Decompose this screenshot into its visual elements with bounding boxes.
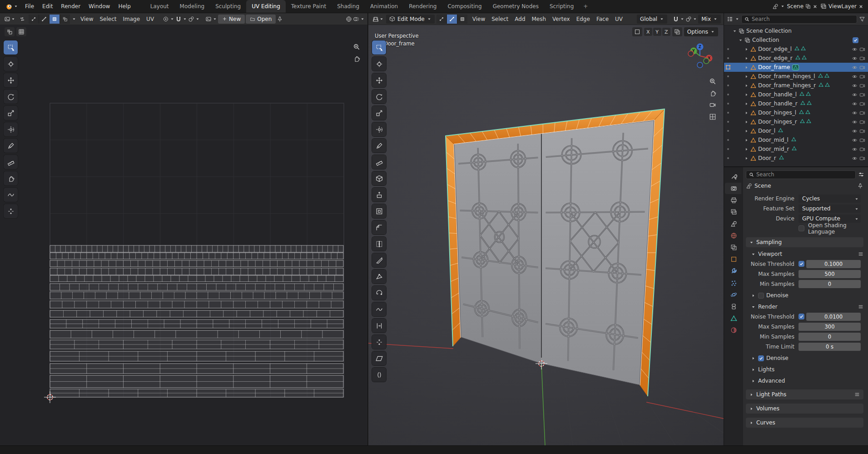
properties-tab-object[interactable] (726, 254, 741, 265)
outliner-row-door_frame_hinges_l[interactable]: Door_frame_hinges_l (724, 72, 868, 81)
max-samples-field[interactable]: 300 (799, 323, 861, 331)
workspace-tab-geometry-nodes[interactable]: Geometry Nodes (487, 0, 544, 13)
tool-extrude[interactable] (372, 188, 386, 202)
pin-icon[interactable] (277, 16, 283, 22)
viewport-menu-edge[interactable]: Edge (573, 15, 593, 24)
menu-edit[interactable]: Edit (38, 0, 57, 13)
workspace-tab-layout[interactable]: Layout (145, 0, 174, 13)
tool-rip[interactable] (372, 368, 386, 382)
tool-measure[interactable] (4, 155, 18, 169)
outliner-row-door_frame_hinges_r[interactable]: Door_frame_hinges_r (724, 81, 868, 90)
viewport-select-mode-face[interactable] (457, 15, 467, 24)
properties-tab-world[interactable] (726, 230, 741, 241)
outliner-row-door_edge_r[interactable]: Door_edge_r (724, 54, 868, 63)
panel-menu-icon[interactable] (858, 304, 864, 309)
zoom-icon[interactable] (353, 43, 360, 50)
viewport-canvas[interactable] (368, 25, 724, 445)
expander-icon[interactable] (744, 74, 749, 79)
editor-type-button[interactable] (371, 15, 385, 23)
hide-eye-icon[interactable] (851, 74, 858, 80)
denoise-checkbox[interactable] (758, 355, 764, 361)
noise-threshold-field[interactable]: 0.1000 (806, 260, 861, 268)
hide-eye-icon[interactable] (851, 101, 858, 107)
properties-tab-physics[interactable] (726, 289, 741, 300)
viewport-menu-face[interactable]: Face (593, 15, 612, 24)
hide-eye-icon[interactable] (851, 65, 858, 70)
chevron-down-icon[interactable] (195, 17, 200, 21)
new-scene-icon[interactable] (805, 4, 811, 9)
open-image-button[interactable]: Open (246, 15, 276, 24)
hide-eye-icon[interactable] (851, 137, 858, 143)
tool-rotate[interactable] (4, 90, 18, 104)
workspace-tab-scripting[interactable]: Scripting (544, 0, 579, 13)
time-limit-field[interactable]: 0 s (799, 343, 861, 351)
expander-icon[interactable] (744, 83, 749, 88)
expander-icon[interactable] (744, 65, 749, 70)
expander-icon[interactable] (732, 29, 738, 34)
tool-spin[interactable] (372, 286, 386, 300)
panel-light-paths[interactable]: Light Paths (746, 389, 863, 399)
outliner-row-door_edge_l[interactable]: Door_edge_l (724, 45, 868, 54)
tool-move[interactable] (372, 73, 386, 87)
pan-hand-icon[interactable] (709, 90, 716, 97)
properties-tab-particles[interactable] (726, 277, 741, 289)
properties-tab-object-data[interactable] (726, 313, 741, 324)
disable-render-icon[interactable] (858, 101, 866, 107)
panel-menu-icon[interactable] (858, 251, 864, 257)
workspace-tab-rendering[interactable]: Rendering (403, 0, 442, 13)
disable-render-icon[interactable] (858, 110, 866, 116)
outliner-row-door_mid_r[interactable]: Door_mid_r (724, 145, 868, 154)
expander-icon[interactable] (744, 101, 749, 106)
disable-render-icon[interactable] (858, 74, 866, 80)
tool-scale[interactable] (372, 106, 386, 120)
panel-lights[interactable]: Lights (750, 365, 864, 374)
viewport-menu-uv[interactable]: UV (612, 15, 626, 24)
filter-icon[interactable] (859, 16, 865, 22)
add-workspace-button[interactable]: + (579, 0, 592, 13)
tool-select-box[interactable] (4, 40, 18, 55)
hide-eye-icon[interactable] (851, 146, 858, 152)
disable-render-icon[interactable] (858, 92, 866, 98)
uv-select-mode-edge[interactable] (39, 15, 49, 24)
hide-eye-icon[interactable] (851, 128, 858, 134)
uv-menu-select[interactable]: Select (96, 15, 119, 24)
proportional-editing-icon[interactable] (188, 16, 194, 22)
tool-shrink-fatten[interactable] (372, 335, 386, 349)
menu-help[interactable]: Help (114, 0, 134, 13)
tool-cursor[interactable] (372, 57, 386, 71)
expander-icon[interactable] (738, 38, 744, 43)
menu-window[interactable]: Window (84, 0, 114, 13)
expander-icon[interactable] (744, 92, 749, 97)
tool-grab[interactable] (4, 171, 18, 185)
panel-render[interactable]: Render (750, 302, 864, 311)
outliner-editor-icon[interactable] (727, 16, 733, 22)
navigation-gizmo[interactable]: ZXY (685, 41, 714, 70)
tool-loop-cut[interactable] (372, 237, 386, 251)
tool-inset[interactable] (372, 204, 386, 218)
tool-edge-slide[interactable] (372, 319, 386, 333)
disable-render-icon[interactable] (858, 155, 866, 161)
uv-menu-image[interactable]: Image (120, 15, 144, 24)
display-channels-icon[interactable] (346, 16, 352, 22)
expander-icon[interactable] (744, 47, 749, 52)
properties-tab-output[interactable] (726, 195, 741, 206)
tool-transform[interactable] (372, 122, 386, 136)
disable-render-icon[interactable] (858, 46, 866, 52)
viewport-select-mode-edge[interactable] (447, 15, 457, 24)
snapping-icon[interactable] (175, 16, 182, 22)
tool-annotate[interactable] (372, 139, 386, 153)
workspace-tab-sculpting[interactable]: Sculpting (210, 0, 246, 13)
hide-eye-icon[interactable] (851, 155, 858, 161)
properties-tab-view-layer[interactable] (726, 206, 741, 218)
disable-render-icon[interactable] (858, 137, 866, 143)
workspace-tab-uv-editing[interactable]: UV Editing (246, 0, 286, 13)
options-dropdown[interactable]: Options (684, 27, 718, 36)
pivot-point-icon[interactable] (163, 16, 169, 22)
panel-sampling[interactable]: Sampling (746, 237, 863, 247)
workspace-tab-texture-paint[interactable]: Texture Paint (286, 0, 332, 13)
menu-file[interactable]: File (21, 0, 38, 13)
outliner-row-door_frame[interactable]: Door_frame (724, 63, 868, 72)
render-engine-dropdown[interactable]: Cycles (799, 195, 861, 203)
workspace-tab-shading[interactable]: Shading (332, 0, 365, 13)
proportional-editing-icon[interactable] (685, 16, 692, 22)
